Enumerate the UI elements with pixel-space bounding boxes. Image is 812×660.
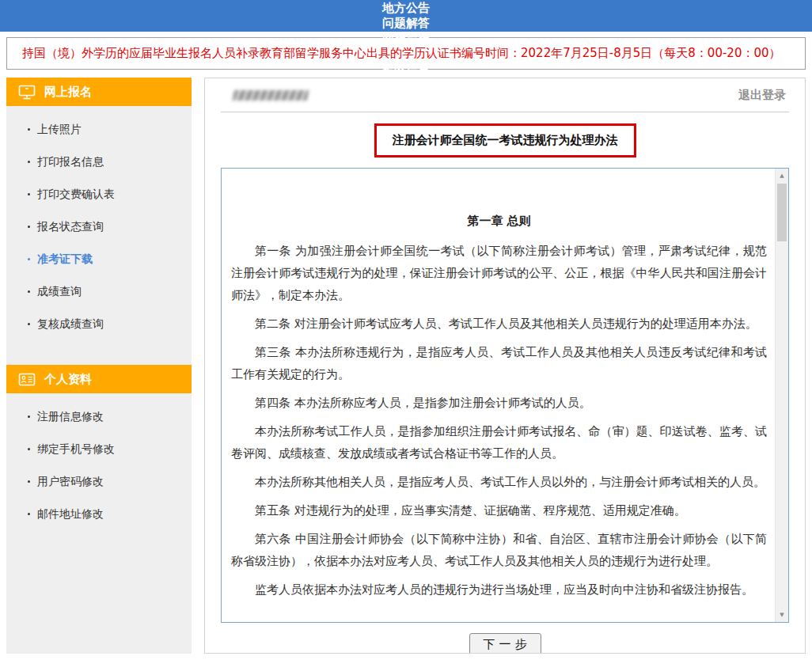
- next-step-button[interactable]: 下一步: [469, 633, 541, 654]
- nav-item[interactable]: 网报流程: [382, 31, 430, 46]
- document-paragraph: 第五条 对违规行为的处理，应当事实清楚、证据确凿、程序规范、适用规定准确。: [231, 499, 767, 522]
- sidebar-item-label: 绑定手机号修改: [37, 442, 115, 456]
- bullet-icon: [28, 226, 30, 228]
- sidebar-item-label: 邮件地址修改: [37, 507, 104, 521]
- document-paragraph: 第二条 对注册会计师考试应考人员、考试工作人员及其他相关人员违规行为的处理适用本…: [231, 313, 767, 335]
- document-title: 注册会计师全国统一考试违规行为处理办法: [374, 123, 636, 157]
- sidebar-item[interactable]: 复核成绩查询: [6, 308, 192, 340]
- monitor-icon: [18, 85, 36, 100]
- sidebar-item[interactable]: 绑定手机号修改: [6, 433, 192, 465]
- document-paragraph: 本办法所称考试工作人员，是指参加组织注册会计师考试报名、命（审）题、印送试卷、监…: [231, 420, 767, 465]
- bullet-icon: [28, 513, 30, 515]
- sidebar-section-online-registration: 网上报名 上传照片 打印报名信息 打印交费确: [6, 78, 192, 353]
- bullet-icon: [28, 193, 30, 195]
- sidebar-item-label: 成绩查询: [37, 285, 82, 298]
- id-card-icon: [18, 373, 36, 386]
- username-redacted: [233, 90, 309, 101]
- sidebar-item-label: 准考证下载: [37, 252, 93, 266]
- document-paragraph: 第一条 为加强注册会计师全国统一考试（以下简称注册会计师考试）管理，严肃考试纪律…: [231, 240, 767, 306]
- sidebar-item[interactable]: 注册信息修改: [6, 400, 192, 433]
- top-navigation: 首 页 重要通知 政策制度 地方公告 问题解答 网报流程 网上报名 考区信息: [0, 0, 812, 32]
- sidebar-item[interactable]: 成绩查询: [6, 275, 192, 308]
- document-paragraph: 第六条 中国注册会计师协会（以下简称中注协）和省、自治区、直辖市注册会计师协会（…: [231, 528, 767, 572]
- bullet-icon: [28, 480, 30, 483]
- logout-link[interactable]: 退出登录: [738, 88, 786, 103]
- sidebar-item[interactable]: 用户密码修改: [6, 465, 192, 498]
- bullet-icon: [28, 415, 30, 418]
- bullet-icon: [28, 128, 30, 131]
- sidebar-item[interactable]: 邮件地址修改: [6, 498, 192, 530]
- document-paragraph: 第四条 本办法所称应考人员，是指参加注册会计师考试的人员。: [231, 392, 767, 414]
- user-row: 退出登录: [221, 78, 789, 112]
- sidebar-header-online-registration: 网上报名: [6, 78, 192, 106]
- sidebar-item-label: 注册信息修改: [37, 410, 104, 423]
- sidebar-item[interactable]: 打印交费确认表: [6, 178, 192, 211]
- document-paragraph: 本办法所称其他相关人员，是指应考人员、考试工作人员以外的，与注册会计师考试相关的…: [231, 471, 767, 493]
- document-paragraph: 第三条 本办法所称违规行为，是指应考人员、考试工作人员及其他相关人员违反考试纪律…: [231, 341, 767, 385]
- sidebar: 网上报名 上传照片 打印报名信息 打印交费确: [6, 78, 192, 654]
- sidebar-item-label: 用户密码修改: [37, 475, 104, 488]
- sidebar-item-label: 复核成绩查询: [37, 317, 104, 331]
- sidebar-item-label: 上传照片: [37, 123, 82, 136]
- document-content: 第一章 总则 第一条 为加强注册会计师全国统一考试（以下简称注册会计师考试）管理…: [222, 169, 775, 622]
- nav-item[interactable]: 考区信息: [382, 61, 430, 76]
- sidebar-section-title: 个人资料: [44, 372, 92, 387]
- bullet-icon: [28, 290, 30, 293]
- sidebar-item[interactable]: 准考证下载: [6, 243, 192, 275]
- scrollbar-thumb[interactable]: [777, 184, 787, 241]
- sidebar-item[interactable]: 打印报名信息: [6, 146, 192, 178]
- scroll-down-icon[interactable]: ▼: [776, 609, 788, 621]
- bullet-icon: [28, 323, 30, 325]
- sidebar-section-title: 网上报名: [44, 85, 92, 100]
- document-paragraph: 第一章 总则: [231, 210, 767, 232]
- notice-text: 持国（境）外学历的应届毕业生报名人员补录教育部留学服务中心出具的学历认证书编号时…: [22, 46, 781, 61]
- bullet-icon: [28, 448, 30, 450]
- nav-item[interactable]: 问题解答: [382, 16, 430, 31]
- scroll-up-icon[interactable]: ▲: [776, 169, 788, 182]
- bullet-icon: [28, 258, 30, 260]
- sidebar-header-personal-info: 个人资料: [6, 365, 192, 393]
- document-paragraph: 监考人员依据本办法对应考人员的违规行为进行当场处理，应当及时向中注协和省级注协报…: [231, 578, 767, 601]
- main-panel: 退出登录 注册会计师全国统一考试违规行为处理办法 第一章 总则 第一条 为加强注…: [204, 78, 806, 654]
- sidebar-item-label: 打印交费确认表: [37, 188, 115, 201]
- sidebar-item[interactable]: 报名状态查询: [6, 211, 192, 243]
- nav-item[interactable]: 地方公告: [382, 1, 430, 16]
- document-scroll-box[interactable]: 第一章 总则 第一条 为加强注册会计师全国统一考试（以下简称注册会计师考试）管理…: [221, 168, 789, 623]
- sidebar-section-personal-info: 个人资料 注册信息修改 绑定手机号修改 用户: [6, 365, 192, 543]
- scrollbar[interactable]: ▲ ▼: [775, 169, 788, 622]
- bullet-icon: [28, 161, 30, 163]
- sidebar-item[interactable]: 上传照片: [6, 113, 192, 146]
- sidebar-item-label: 报名状态查询: [37, 220, 104, 233]
- sidebar-item-label: 打印报名信息: [37, 155, 104, 169]
